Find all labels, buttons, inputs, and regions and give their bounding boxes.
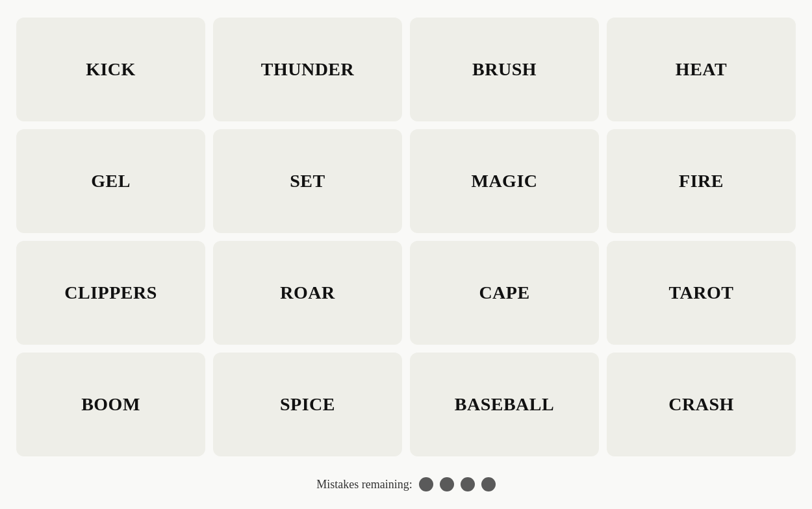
card-label-magic: MAGIC	[471, 171, 537, 192]
card-boom[interactable]: BOOM	[16, 353, 205, 456]
card-label-boom: BOOM	[81, 394, 140, 415]
card-label-spice: SPICE	[280, 394, 335, 415]
card-kick[interactable]: KICK	[16, 18, 205, 121]
card-label-tarot: TAROT	[669, 282, 734, 303]
card-baseball[interactable]: BASEBALL	[410, 353, 599, 456]
card-tarot[interactable]: TAROT	[607, 241, 796, 345]
card-fire[interactable]: FIRE	[607, 129, 796, 233]
card-label-set: SET	[290, 171, 325, 192]
card-label-thunder: THUNDER	[261, 59, 355, 80]
card-spice[interactable]: SPICE	[213, 353, 402, 456]
card-crash[interactable]: CRASH	[607, 353, 796, 456]
card-label-roar: ROAR	[280, 282, 335, 303]
mistakes-section: Mistakes remaining:	[316, 477, 495, 491]
card-label-gel: GEL	[91, 171, 131, 192]
card-heat[interactable]: HEAT	[607, 18, 796, 121]
card-gel[interactable]: GEL	[16, 129, 205, 233]
card-label-clippers: CLIPPERS	[64, 282, 157, 303]
card-roar[interactable]: ROAR	[213, 241, 402, 345]
card-label-brush: BRUSH	[472, 59, 537, 80]
mistake-dot-2	[440, 477, 454, 491]
card-clippers[interactable]: CLIPPERS	[16, 241, 205, 345]
mistake-dot-1	[419, 477, 433, 491]
card-brush[interactable]: BRUSH	[410, 18, 599, 121]
mistake-dot-4	[481, 477, 496, 491]
card-label-heat: HEAT	[676, 59, 727, 80]
card-label-fire: FIRE	[679, 171, 724, 192]
card-cape[interactable]: CAPE	[410, 241, 599, 345]
mistake-dot-3	[461, 477, 475, 491]
card-label-baseball: BASEBALL	[455, 394, 554, 415]
word-grid: KICKTHUNDERBRUSHHEATGELSETMAGICFIRECLIPP…	[16, 18, 796, 456]
mistakes-label: Mistakes remaining:	[316, 478, 412, 491]
card-thunder[interactable]: THUNDER	[213, 18, 402, 121]
card-magic[interactable]: MAGIC	[410, 129, 599, 233]
card-set[interactable]: SET	[213, 129, 402, 233]
card-label-crash: CRASH	[668, 394, 734, 415]
card-label-cape: CAPE	[479, 282, 529, 303]
card-label-kick: KICK	[86, 59, 136, 80]
